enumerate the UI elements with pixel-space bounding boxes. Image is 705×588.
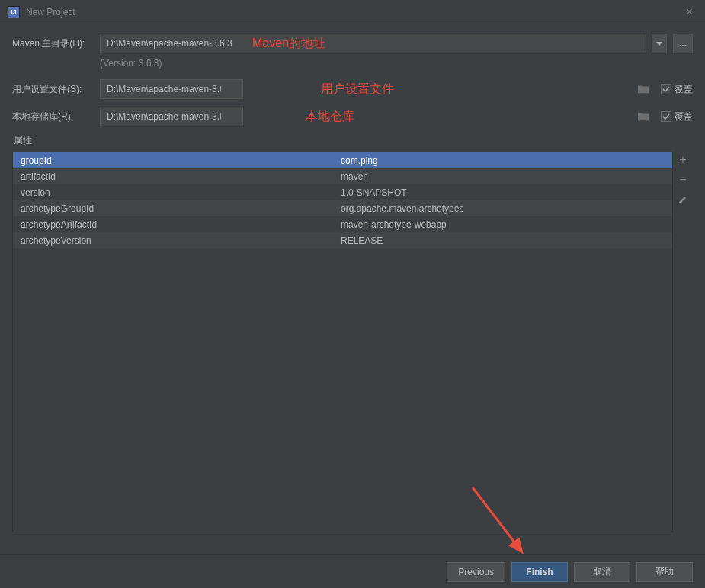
prop-val: com.ping <box>341 155 665 166</box>
prop-key: archetypeArtifactId <box>21 219 341 230</box>
user-settings-input[interactable] <box>100 79 243 99</box>
table-row[interactable]: groupId com.ping <box>13 152 672 168</box>
prop-key: version <box>21 187 341 198</box>
prop-key: artifactId <box>21 171 341 182</box>
maven-home-input[interactable] <box>100 34 646 53</box>
prop-key: archetypeGroupId <box>21 203 341 214</box>
user-settings-label: 用户设置文件(S): <box>12 83 92 96</box>
properties-table[interactable]: groupId com.ping artifactId maven versio… <box>12 152 673 532</box>
prop-val: maven-archetype-webapp <box>341 219 665 230</box>
properties-label: 属性 <box>12 134 693 147</box>
close-button[interactable]: × <box>681 5 697 19</box>
table-row[interactable]: archetypeGroupId org.apache.maven.archet… <box>13 200 672 216</box>
folder-icon <box>638 85 649 94</box>
override-label-1: 覆盖 <box>675 83 693 96</box>
local-repo-input[interactable] <box>100 107 243 126</box>
maven-version-text: (Version: 3.6.3) <box>100 58 693 69</box>
prop-key: archetypeVersion <box>21 235 341 246</box>
help-button[interactable]: 帮助 <box>636 562 693 582</box>
table-row[interactable]: version 1.0-SNAPSHOT <box>13 184 672 200</box>
maven-home-label: Maven 主目录(H): <box>12 37 92 50</box>
table-row[interactable]: archetypeVersion RELEASE <box>13 232 672 248</box>
dialog-footer: Previous Finish 取消 帮助 <box>0 554 705 588</box>
folder-icon <box>638 113 649 121</box>
edit-property-button[interactable] <box>675 191 691 208</box>
app-icon: IJ <box>8 6 20 18</box>
title-bar: IJ New Project × <box>0 0 705 24</box>
maven-home-browse[interactable]: ... <box>673 34 693 53</box>
previous-button[interactable]: Previous <box>447 562 505 582</box>
prop-val: 1.0-SNAPSHOT <box>341 187 665 198</box>
add-property-button[interactable]: + <box>675 152 691 168</box>
prop-val: RELEASE <box>341 235 665 246</box>
cancel-button[interactable]: 取消 <box>574 562 630 582</box>
table-row[interactable]: artifactId maven <box>13 168 672 184</box>
prop-key: groupId <box>21 155 341 166</box>
override-label-2: 覆盖 <box>675 110 693 123</box>
local-repo-label: 本地存储库(R): <box>12 110 92 123</box>
maven-home-dropdown[interactable] <box>652 34 667 53</box>
finish-button[interactable]: Finish <box>511 562 568 582</box>
user-settings-override-checkbox[interactable] <box>661 84 671 94</box>
table-row[interactable]: archetypeArtifactId maven-archetype-weba… <box>13 216 672 232</box>
prop-val: org.apache.maven.archetypes <box>341 203 665 214</box>
prop-val: maven <box>341 171 665 182</box>
window-title: New Project <box>26 7 75 18</box>
local-repo-override-checkbox[interactable] <box>661 111 671 122</box>
remove-property-button[interactable]: − <box>675 171 691 188</box>
